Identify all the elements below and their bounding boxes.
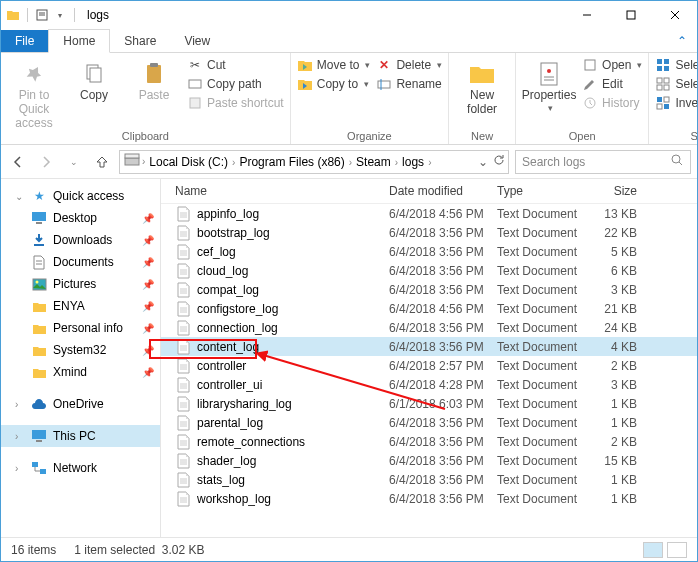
column-size[interactable]: Size: [601, 184, 661, 198]
copy-button[interactable]: Copy: [67, 57, 121, 103]
svg-point-43: [35, 280, 38, 283]
file-name: workshop_log: [197, 492, 389, 506]
edit-button[interactable]: Edit: [582, 76, 642, 92]
file-row[interactable]: content_log6/4/2018 3:56 PMText Document…: [161, 337, 697, 356]
close-button[interactable]: [653, 1, 697, 29]
svg-rect-39: [34, 244, 44, 246]
file-icon: [175, 244, 191, 260]
column-name[interactable]: Name: [175, 184, 389, 198]
search-input[interactable]: Search logs: [515, 150, 691, 174]
file-type: Text Document: [497, 340, 601, 354]
column-date[interactable]: Date modified: [389, 184, 497, 198]
sidebar-pinned-item[interactable]: System32📌: [1, 339, 160, 361]
file-size: 1 KB: [601, 492, 661, 506]
svg-rect-28: [664, 85, 669, 90]
pin-icon: 📌: [142, 323, 154, 334]
file-row[interactable]: remote_connections6/4/2018 3:56 PMText D…: [161, 432, 697, 451]
sidebar-onedrive[interactable]: ›OneDrive: [1, 393, 160, 415]
select-all-button[interactable]: Select all: [655, 57, 698, 73]
breadcrumb-chevron-icon[interactable]: ›: [428, 157, 431, 168]
breadcrumb-segment[interactable]: logs: [398, 155, 428, 169]
file-date: 6/4/2018 3:56 PM: [389, 416, 497, 430]
sidebar-pinned-item[interactable]: Xmind📌: [1, 361, 160, 383]
address-dropdown[interactable]: ⌄: [478, 155, 488, 169]
file-row[interactable]: appinfo_log6/4/2018 4:56 PMText Document…: [161, 204, 697, 223]
paste-button[interactable]: Paste: [127, 57, 181, 103]
maximize-button[interactable]: [609, 1, 653, 29]
recent-dropdown[interactable]: ⌄: [63, 151, 85, 173]
breadcrumb-segment[interactable]: Steam: [352, 155, 395, 169]
minimize-button[interactable]: [565, 1, 609, 29]
file-type: Text Document: [497, 435, 601, 449]
file-row[interactable]: controller6/4/2018 2:57 PMText Document2…: [161, 356, 697, 375]
file-row[interactable]: stats_log6/4/2018 3:56 PMText Document1 …: [161, 470, 697, 489]
file-icon: [175, 472, 191, 488]
file-row[interactable]: controller_ui6/4/2018 4:28 PMText Docume…: [161, 375, 697, 394]
group-new: New folder New: [449, 53, 516, 144]
select-none-button[interactable]: Select none: [655, 76, 698, 92]
file-row[interactable]: cef_log6/4/2018 3:56 PMText Document5 KB: [161, 242, 697, 261]
sidebar-pinned-item[interactable]: ENYA📌: [1, 295, 160, 317]
forward-button[interactable]: [35, 151, 57, 173]
view-details-button[interactable]: [643, 542, 663, 558]
tab-view[interactable]: View: [170, 30, 224, 52]
sidebar-this-pc[interactable]: ›This PC: [1, 425, 160, 447]
up-button[interactable]: [91, 151, 113, 173]
new-folder-button[interactable]: New folder: [455, 57, 509, 117]
properties-qat-icon[interactable]: [34, 7, 50, 23]
address-bar[interactable]: › Local Disk (C:)›Program Files (x86)›St…: [119, 150, 509, 174]
file-name: configstore_log: [197, 302, 389, 316]
file-size: 15 KB: [601, 454, 661, 468]
breadcrumb-segment[interactable]: Local Disk (C:): [145, 155, 232, 169]
qat-dropdown-icon[interactable]: ▾: [52, 7, 68, 23]
copy-to-button[interactable]: Copy to▾: [297, 76, 371, 92]
sidebar-network[interactable]: ›Network: [1, 457, 160, 479]
pin-icon: 📌: [142, 235, 154, 246]
file-row[interactable]: parental_log6/4/2018 3:56 PMText Documen…: [161, 413, 697, 432]
properties-button[interactable]: Properties▾: [522, 57, 576, 113]
ribbon-collapse-button[interactable]: ⌃: [667, 30, 697, 52]
tab-file[interactable]: File: [1, 30, 48, 52]
history-button[interactable]: History: [582, 95, 642, 111]
column-type[interactable]: Type: [497, 184, 601, 198]
file-row[interactable]: shader_log6/4/2018 3:56 PMText Document1…: [161, 451, 697, 470]
file-row[interactable]: configstore_log6/4/2018 4:56 PMText Docu…: [161, 299, 697, 318]
file-row[interactable]: connection_log6/4/2018 3:56 PMText Docum…: [161, 318, 697, 337]
move-to-button[interactable]: Move to▾: [297, 57, 371, 73]
svg-rect-8: [90, 68, 101, 82]
svg-rect-45: [36, 440, 42, 442]
file-row[interactable]: bootstrap_log6/4/2018 3:56 PMText Docume…: [161, 223, 697, 242]
file-row[interactable]: workshop_log6/4/2018 3:56 PMText Documen…: [161, 489, 697, 508]
rename-button[interactable]: Rename: [376, 76, 442, 92]
sidebar-pinned-item[interactable]: Desktop📌: [1, 207, 160, 229]
column-headers[interactable]: Name Date modified Type Size: [161, 179, 697, 204]
back-button[interactable]: [7, 151, 29, 173]
file-size: 1 KB: [601, 473, 661, 487]
sidebar-pinned-item[interactable]: Downloads📌: [1, 229, 160, 251]
file-row[interactable]: librarysharing_log6/1/2018 6:03 PMText D…: [161, 394, 697, 413]
paste-shortcut-button[interactable]: Paste shortcut: [187, 95, 284, 111]
sidebar-pinned-item[interactable]: Personal info📌: [1, 317, 160, 339]
pc-icon: [31, 428, 47, 444]
sidebar-quick-access[interactable]: ⌄★Quick access: [1, 185, 160, 207]
invert-selection-button[interactable]: Invert selection: [655, 95, 698, 111]
file-row[interactable]: cloud_log6/4/2018 3:56 PMText Document6 …: [161, 261, 697, 280]
tab-share[interactable]: Share: [110, 30, 170, 52]
breadcrumb-segment[interactable]: Program Files (x86): [235, 155, 348, 169]
refresh-button[interactable]: [492, 153, 506, 170]
file-row[interactable]: compat_log6/4/2018 3:56 PMText Document3…: [161, 280, 697, 299]
file-name: controller_ui: [197, 378, 389, 392]
status-size: 3.02 KB: [162, 543, 205, 557]
file-icon: [175, 225, 191, 241]
copy-path-button[interactable]: Copy path: [187, 76, 284, 92]
view-large-button[interactable]: [667, 542, 687, 558]
sidebar-pinned-item[interactable]: Documents📌: [1, 251, 160, 273]
pin-to-quick-access-button[interactable]: Pin to Quick access: [7, 57, 61, 130]
ribbon: Pin to Quick access Copy Paste ✂Cut Copy…: [1, 53, 697, 145]
open-button[interactable]: Open▾: [582, 57, 642, 73]
delete-button[interactable]: ✕Delete▾: [376, 57, 442, 73]
tab-home[interactable]: Home: [48, 29, 110, 53]
sidebar-pinned-item[interactable]: Pictures📌: [1, 273, 160, 295]
folder-icon: [5, 7, 21, 23]
cut-button[interactable]: ✂Cut: [187, 57, 284, 73]
